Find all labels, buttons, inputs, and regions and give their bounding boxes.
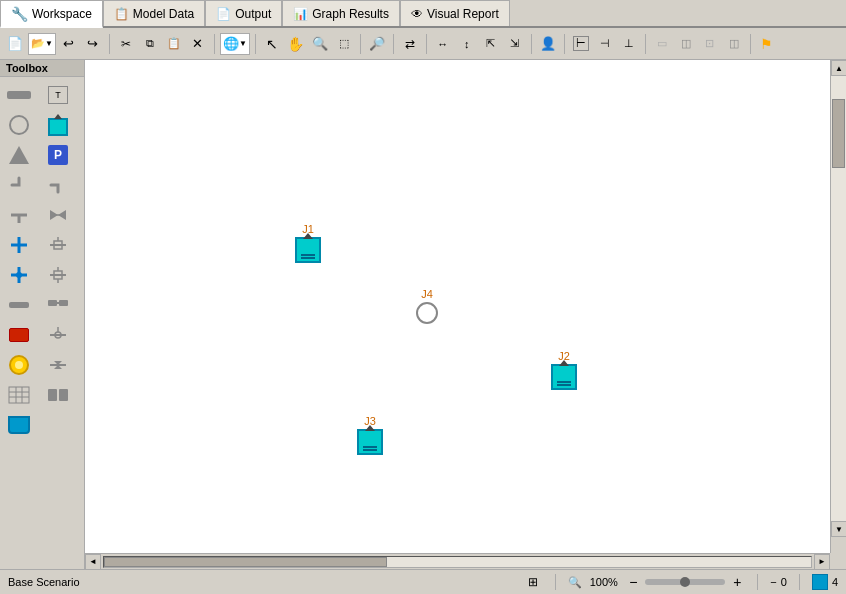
select-button[interactable]: ↖ <box>261 33 283 55</box>
toolbox-item-circle-yellow[interactable] <box>4 351 34 379</box>
scrollbar-horizontal[interactable]: ◄ ► <box>85 553 830 569</box>
shape1-button[interactable]: ▭ <box>651 33 673 55</box>
toolbox-item-tank[interactable] <box>43 111 73 139</box>
open-dropdown[interactable]: 📂 ▼ <box>28 33 56 55</box>
node-j4[interactable]: J4 <box>416 288 438 324</box>
toolbox-item-x-connector[interactable] <box>4 231 34 259</box>
scrollbar-vertical[interactable]: ▲ ▼ <box>830 60 846 553</box>
zoom-slider[interactable] <box>645 579 725 585</box>
globe-dropdown[interactable]: 🌐 ▼ <box>220 33 250 55</box>
toolbox-item-valve2[interactable] <box>43 231 73 259</box>
toolbox-item-pipe-h[interactable] <box>4 81 34 109</box>
paste-button[interactable]: 📋 <box>163 33 185 55</box>
toolbox-grid: T P <box>0 77 84 443</box>
cut-icon: ✂ <box>121 37 131 51</box>
status-bar: Base Scenario ⊞ 🔍 100% − + − 0 4 <box>0 569 846 594</box>
redo-button[interactable]: ↪ <box>82 33 104 55</box>
copy-icon: ⧉ <box>146 37 154 50</box>
shape3-button[interactable]: ⊡ <box>699 33 721 55</box>
fit-width-button[interactable]: ↔ <box>432 33 454 55</box>
pan-button[interactable]: ✋ <box>285 33 307 55</box>
sep2 <box>214 34 215 54</box>
open-icon: 📂 <box>31 37 45 50</box>
shape2-button[interactable]: ◫ <box>675 33 697 55</box>
pipe-bend1-icon <box>8 174 30 196</box>
connector-small-icon <box>47 324 69 346</box>
toolbox-item-pipe-seg1[interactable] <box>4 291 34 319</box>
scroll-thumb-vertical[interactable] <box>832 99 845 168</box>
ruler2-button[interactable]: ⊣ <box>594 33 616 55</box>
node-j2[interactable]: J2 <box>551 350 577 390</box>
tab-visual-report[interactable]: 👁 Visual Report <box>400 0 510 26</box>
resize1-button[interactable]: ⇱ <box>480 33 502 55</box>
flag-button[interactable]: ⚑ <box>756 33 778 55</box>
scroll-thumb-h[interactable] <box>104 557 387 567</box>
zoom-out-button[interactable]: − <box>625 574 641 590</box>
link-icon: ⇄ <box>405 37 415 51</box>
node-j3[interactable]: J3 <box>357 415 383 455</box>
toolbox-item-pipe-bend2[interactable] <box>43 171 73 199</box>
node-j2-line2 <box>557 381 571 383</box>
svg-point-12 <box>16 272 22 278</box>
tab-model-data[interactable]: 📋 Model Data <box>103 0 205 26</box>
toolbox: Toolbox T <box>0 60 85 569</box>
toolbox-item-grid-sym[interactable] <box>4 381 34 409</box>
toolbox-item-pipe-bend1[interactable] <box>4 171 34 199</box>
node-j3-tank[interactable] <box>357 429 383 455</box>
find-button[interactable]: 🔎 <box>366 33 388 55</box>
copy-button[interactable]: ⧉ <box>139 33 161 55</box>
toolbox-item-valve1[interactable] <box>43 201 73 229</box>
resize2-button[interactable]: ⇲ <box>504 33 526 55</box>
toolbox-item-x-large[interactable] <box>4 261 34 289</box>
resize1-icon: ⇱ <box>486 37 495 50</box>
tab-graph-results[interactable]: 📊 Graph Results <box>282 0 400 26</box>
cut-button[interactable]: ✂ <box>115 33 137 55</box>
toolbox-item-connector-small[interactable] <box>43 321 73 349</box>
fit-height-button[interactable]: ↕ <box>456 33 478 55</box>
fit-view-button[interactable]: ⊞ <box>523 572 543 592</box>
node-j2-tank[interactable] <box>551 364 577 390</box>
zoom-in-button[interactable]: 🔍 <box>309 33 331 55</box>
tab-output[interactable]: 📄 Output <box>205 0 282 26</box>
zoom-area-button[interactable]: ⬚ <box>333 33 355 55</box>
node-j3-line2 <box>363 446 377 448</box>
toolbox-item-pipe-seg2[interactable] <box>43 291 73 319</box>
zoom-in-status-button[interactable]: + <box>729 574 745 590</box>
node-j1[interactable]: J1 <box>295 223 321 263</box>
toolbox-item-tray-blue[interactable] <box>4 411 34 439</box>
pipe-seg1-icon <box>8 300 30 310</box>
zoom-thumb[interactable] <box>680 577 690 587</box>
toolbox-item-reservoir[interactable] <box>4 141 34 169</box>
scroll-up-arrow[interactable]: ▲ <box>831 60 846 76</box>
toolbox-item-valve-sym[interactable] <box>43 351 73 379</box>
delete-button[interactable]: ✕ <box>187 33 209 55</box>
ruler1-button[interactable]: ⊢ <box>570 33 592 55</box>
node-j1-tank[interactable] <box>295 237 321 263</box>
shape4-button[interactable]: ◫ <box>723 33 745 55</box>
toolbox-item-pipe-t1[interactable] <box>4 201 34 229</box>
canvas-area[interactable]: ▲ ▼ J1 J2 J3 <box>85 60 846 569</box>
tab-graph-results-label: Graph Results <box>312 7 389 21</box>
node-j4-circle[interactable] <box>416 302 438 324</box>
link-button[interactable]: ⇄ <box>399 33 421 55</box>
scroll-right-arrow[interactable]: ► <box>814 554 830 570</box>
sep3 <box>255 34 256 54</box>
scroll-down-arrow[interactable]: ▼ <box>831 521 846 537</box>
ruler3-button[interactable]: ⊥ <box>618 33 640 55</box>
toolbox-item-valve3[interactable] <box>43 261 73 289</box>
toolbox-item-pipe-seg3[interactable] <box>4 321 34 349</box>
scroll-left-arrow[interactable]: ◄ <box>85 554 101 570</box>
dash-icon: − <box>770 576 776 588</box>
toolbox-item-pipe-double[interactable] <box>43 381 73 409</box>
toolbox-item-pump[interactable]: P <box>43 141 73 169</box>
undo-button[interactable]: ↩ <box>58 33 80 55</box>
person-button[interactable]: 👤 <box>537 33 559 55</box>
fit-width-icon: ↔ <box>437 38 448 50</box>
tab-workspace[interactable]: 🔧 Workspace <box>0 0 103 28</box>
new-button[interactable]: 📄 <box>4 33 26 55</box>
scroll-track-h[interactable] <box>103 556 812 568</box>
toolbox-item-circle-junction[interactable] <box>4 111 34 139</box>
sep8 <box>564 34 565 54</box>
sep1 <box>109 34 110 54</box>
toolbox-item-text-box[interactable]: T <box>43 81 73 109</box>
